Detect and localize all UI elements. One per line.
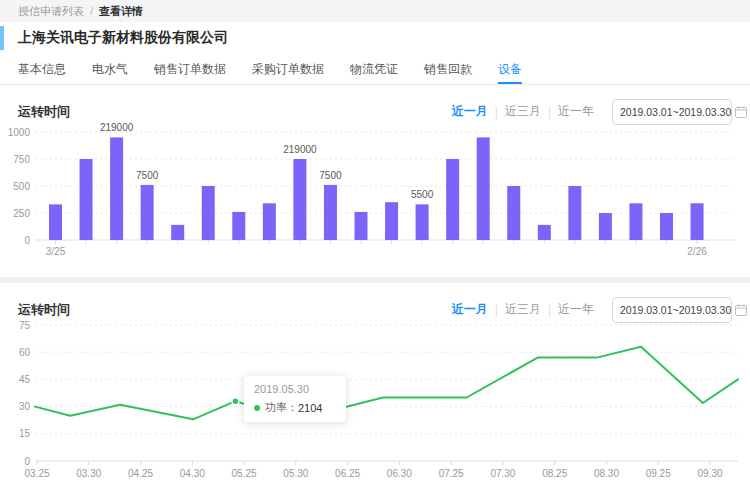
bar[interactable] (232, 212, 245, 240)
y-axis-tick-label: 45 (19, 374, 31, 385)
y-axis-tick-label: 30 (19, 401, 31, 412)
bar-chart-title: 运转时间 (18, 103, 70, 121)
x-axis-tick-label: 2/26 (687, 246, 707, 257)
y-axis-tick-label: 750 (13, 154, 30, 165)
bar-chart-plot: 025050075010003/252190007500219000750055… (0, 120, 750, 279)
line-chart-plot: 0153045607503.2503.3004.2504.3005.2505.3… (0, 318, 750, 484)
bar[interactable] (599, 213, 612, 240)
line-chart-date-range-value: 2019.03.01~2019.03.30 (620, 304, 731, 316)
period-separator: | (548, 105, 551, 119)
tab-5[interactable]: 销售回款 (424, 54, 472, 84)
x-axis-tick-label: 05.30 (283, 468, 308, 479)
bar[interactable] (477, 137, 490, 240)
period-option-2[interactable]: 近一年 (558, 301, 594, 318)
x-axis-tick-label: 04.25 (128, 468, 153, 479)
x-axis-tick-label: 3/25 (46, 246, 66, 257)
bar-value-label: 7500 (319, 170, 342, 181)
breadcrumb-current: 查看详情 (99, 4, 143, 19)
line-chart-header: 运转时间 近一月|近三月|近一年 2019.03.01~2019.03.30 (0, 283, 750, 323)
bar[interactable] (80, 159, 93, 240)
x-axis-tick-label: 05.25 (232, 468, 257, 479)
y-axis-tick-label: 0 (24, 235, 30, 246)
tab-1[interactable]: 电水气 (92, 54, 128, 84)
breadcrumb-separator: / (90, 5, 93, 17)
period-option-1[interactable]: 近三月 (505, 301, 541, 318)
x-axis-tick-label: 03.25 (24, 468, 49, 479)
x-axis-tick-label: 04.30 (180, 468, 205, 479)
bar[interactable] (660, 213, 673, 240)
tab-4[interactable]: 物流凭证 (350, 54, 398, 84)
y-axis-tick-label: 15 (19, 428, 31, 439)
calendar-icon (735, 106, 747, 118)
bar[interactable] (568, 186, 581, 240)
period-separator: | (548, 303, 551, 317)
power-line-series[interactable] (35, 347, 738, 420)
bar-value-label: 219000 (100, 122, 134, 133)
bar[interactable] (355, 212, 368, 240)
bar[interactable] (324, 185, 337, 240)
runtime-bar-chart-card: 运转时间 近一月|近三月|近一年 2019.03.01~2019.03.30 0… (0, 85, 750, 277)
x-axis-tick-label: 06.25 (335, 468, 360, 479)
y-axis-tick-label: 60 (19, 347, 31, 358)
bar[interactable] (446, 159, 459, 240)
breadcrumb: 授信申请列表 / 查看详情 (0, 0, 750, 22)
page-title: 上海关讯电子新材料股份有限公司 (18, 29, 228, 47)
title-accent-bar (0, 26, 4, 50)
calendar-icon (735, 304, 747, 316)
y-axis-tick-label: 75 (19, 320, 31, 331)
bar[interactable] (507, 186, 520, 240)
x-axis-tick-label: 06.30 (387, 468, 412, 479)
bar-chart-header: 运转时间 近一月|近三月|近一年 2019.03.01~2019.03.30 (0, 85, 750, 125)
company-title-row: 上海关讯电子新材料股份有限公司 (0, 22, 750, 54)
period-option-2[interactable]: 近一年 (558, 103, 594, 120)
tab-0[interactable]: 基本信息 (18, 54, 66, 84)
bar-value-label: 219000 (283, 144, 317, 155)
bar[interactable] (629, 203, 642, 240)
x-axis-tick-label: 09.25 (646, 468, 671, 479)
tab-bar: 基本信息电水气销售订单数据采购订单数据物流凭证销售回款设备 (0, 54, 750, 85)
bar-value-label: 5500 (411, 189, 434, 200)
period-option-0[interactable]: 近一月 (452, 103, 488, 120)
bar[interactable] (385, 202, 398, 240)
x-axis-tick-label: 08.25 (542, 468, 567, 479)
tab-6[interactable]: 设备 (498, 54, 522, 84)
bar[interactable] (202, 186, 215, 240)
tab-2[interactable]: 销售订单数据 (154, 54, 226, 84)
bar[interactable] (263, 203, 276, 240)
x-axis-tick-label: 08.30 (594, 468, 619, 479)
x-axis-tick-label: 07.25 (439, 468, 464, 479)
device-detail-page: 授信申请列表 / 查看详情 上海关讯电子新材料股份有限公司 基本信息电水气销售订… (0, 0, 750, 484)
bar-chart-period-switch: 近一月|近三月|近一年 (452, 103, 594, 120)
period-separator: | (495, 303, 498, 317)
y-axis-tick-label: 500 (13, 181, 30, 192)
x-axis-tick-label: 03.30 (76, 468, 101, 479)
bar[interactable] (293, 159, 306, 240)
tab-3[interactable]: 采购订单数据 (252, 54, 324, 84)
hovered-point-marker[interactable] (232, 398, 239, 405)
bar[interactable] (416, 204, 429, 240)
bar-value-label: 7500 (136, 170, 159, 181)
period-separator: | (495, 105, 498, 119)
x-axis-tick-label: 07.30 (490, 468, 515, 479)
bar[interactable] (141, 185, 154, 240)
y-axis-tick-label: 0 (24, 456, 30, 467)
y-axis-tick-label: 1000 (8, 127, 31, 138)
bar[interactable] (110, 137, 123, 240)
period-option-0[interactable]: 近一月 (452, 301, 488, 318)
period-option-1[interactable]: 近三月 (505, 103, 541, 120)
breadcrumb-parent-link[interactable]: 授信申请列表 (18, 4, 84, 19)
bar[interactable] (538, 225, 551, 240)
bar[interactable] (171, 225, 184, 240)
bar[interactable] (691, 203, 704, 240)
bar-chart-date-range-value: 2019.03.01~2019.03.30 (620, 106, 731, 118)
bar[interactable] (49, 204, 62, 240)
line-chart-title: 运转时间 (18, 301, 70, 319)
y-axis-tick-label: 250 (13, 208, 30, 219)
line-chart-period-switch: 近一月|近三月|近一年 (452, 301, 594, 318)
runtime-line-chart-card: 运转时间 近一月|近三月|近一年 2019.03.01~2019.03.30 0… (0, 283, 750, 484)
x-axis-tick-label: 09.30 (697, 468, 722, 479)
